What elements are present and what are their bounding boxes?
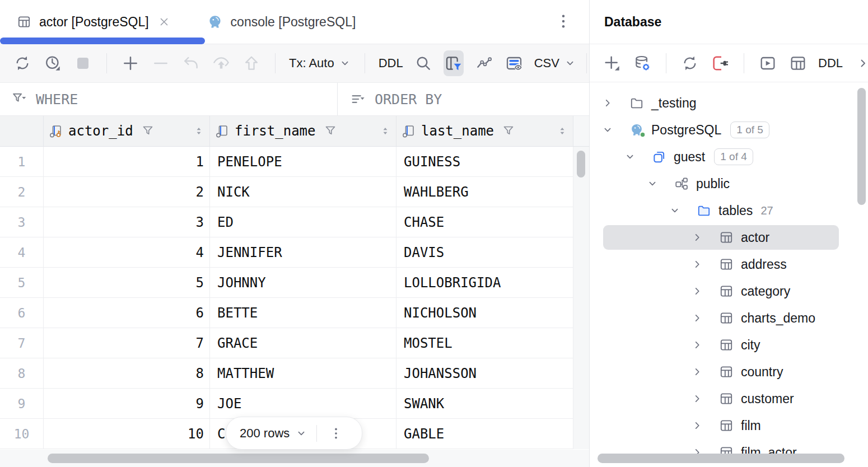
tree-item-film[interactable]: film (590, 412, 868, 439)
chevron-right-icon[interactable] (690, 312, 704, 324)
tree-item-charts-demo[interactable]: charts_demo (590, 305, 868, 331)
cell-last-name[interactable]: JOHANSSON (396, 358, 573, 388)
horizontal-scrollbar-thumb[interactable] (48, 454, 429, 463)
cell-last-name[interactable]: GABLE (396, 419, 573, 449)
submit-button[interactable] (241, 53, 262, 73)
cell-actor-id[interactable]: 1 (44, 147, 210, 176)
table-view-button[interactable] (788, 53, 808, 73)
tree-item-guest[interactable]: guest 1 of 4 (590, 143, 868, 170)
cell-actor-id[interactable]: 5 (44, 268, 210, 297)
cell-actor-id[interactable]: 6 (44, 298, 210, 328)
column-header-last-name[interactable]: last_name (396, 116, 573, 146)
chevron-down-icon[interactable] (623, 151, 637, 163)
funnel-icon[interactable] (324, 124, 337, 138)
row-number[interactable]: 6 (0, 298, 44, 328)
row-number[interactable]: 7 (0, 328, 44, 358)
chevron-right-icon[interactable] (690, 339, 704, 351)
cell-actor-id[interactable]: 10 (44, 419, 210, 449)
records-view-button[interactable] (504, 53, 524, 73)
cell-last-name[interactable]: WAHLBERG (396, 177, 573, 207)
tab-options-kebab-icon[interactable] (554, 12, 572, 30)
cell-first-name[interactable]: GRACE (210, 328, 396, 358)
row-number[interactable]: 1 (0, 147, 44, 176)
tree-item-customer[interactable]: customer (590, 385, 868, 412)
row-number[interactable]: 2 (0, 177, 44, 207)
cell-actor-id[interactable]: 2 (44, 177, 210, 207)
ddl-button[interactable]: DDL (379, 56, 403, 71)
cell-first-name[interactable]: BETTE (210, 298, 396, 328)
close-icon[interactable] (158, 16, 170, 28)
chart-view-button[interactable] (474, 53, 494, 73)
history-button[interactable] (43, 53, 63, 73)
row-number[interactable]: 5 (0, 268, 44, 297)
cell-first-name[interactable]: JENNIFER (210, 237, 396, 267)
cell-actor-id[interactable]: 8 (44, 358, 210, 388)
cell-last-name[interactable]: NICHOLSON (396, 298, 573, 328)
cell-actor-id[interactable]: 3 (44, 207, 210, 237)
tree-item-public[interactable]: public (590, 170, 868, 197)
refresh-button[interactable] (680, 53, 700, 73)
chevron-right-icon[interactable] (601, 97, 614, 109)
sort-updown-icon[interactable] (379, 125, 391, 137)
cell-first-name[interactable]: PENELOPE (210, 147, 396, 176)
preview-changes-button[interactable] (211, 53, 231, 73)
sort-updown-icon[interactable] (556, 125, 568, 137)
vertical-scrollbar-thumb[interactable] (857, 88, 866, 205)
reload-button[interactable] (12, 53, 32, 73)
cell-first-name[interactable]: JOE (210, 389, 396, 418)
vertical-scrollbar-track[interactable] (573, 147, 589, 449)
chevron-right-icon[interactable] (690, 285, 704, 297)
sort-updown-icon[interactable] (193, 125, 205, 137)
chevron-right-icon[interactable] (690, 258, 704, 270)
tree-item-city[interactable]: city (590, 331, 868, 358)
datasource-properties-button[interactable] (632, 53, 652, 73)
tree-item-address[interactable]: address (590, 251, 868, 278)
chevron-down-icon[interactable] (668, 204, 682, 217)
tree-item-tables[interactable]: tables 27 (590, 197, 868, 224)
tx-mode-dropdown[interactable]: Tx: Auto (289, 56, 351, 71)
jump-to-console-button[interactable] (758, 53, 778, 73)
chevron-down-icon[interactable] (601, 124, 614, 136)
tree-item-postgresql[interactable]: PostgreSQL 1 of 5 (590, 116, 868, 143)
delete-row-button[interactable] (151, 53, 171, 73)
horizontal-scrollbar-thumb[interactable] (598, 454, 844, 463)
cell-last-name[interactable]: CHASE (396, 207, 573, 237)
cell-last-name[interactable]: MOSTEL (396, 328, 573, 358)
filter-view-toggle[interactable] (444, 50, 464, 76)
cell-first-name[interactable]: NICK (210, 177, 396, 207)
order-by-field[interactable]: ORDER BY (338, 83, 589, 115)
chevron-down-icon[interactable] (646, 178, 659, 190)
export-format-dropdown[interactable]: CSV (534, 56, 576, 71)
cell-first-name[interactable]: JOHNNY (210, 268, 396, 297)
cell-last-name[interactable]: GUINESS (396, 147, 573, 176)
tab-console[interactable]: console [PostgreSQL] (190, 0, 366, 44)
funnel-icon[interactable] (502, 124, 515, 138)
tree-item-testing[interactable]: _testing (590, 90, 868, 116)
row-number[interactable]: 8 (0, 358, 44, 388)
where-filter-field[interactable]: WHERE (0, 83, 338, 115)
row-number[interactable]: 9 (0, 389, 44, 418)
add-datasource-button[interactable] (602, 53, 622, 73)
chevron-right-icon[interactable] (690, 393, 704, 405)
row-number[interactable]: 10 (0, 419, 44, 449)
cell-actor-id[interactable]: 9 (44, 389, 210, 418)
cell-last-name[interactable]: LOLLOBRIGIDA (396, 268, 573, 297)
tree-item-category[interactable]: category (590, 278, 868, 305)
column-header-actor-id[interactable]: actor_id (44, 116, 210, 146)
pager-options-kebab-icon[interactable] (325, 422, 347, 445)
tree-item-actor[interactable]: actor (590, 224, 868, 251)
corner-header-cell[interactable] (0, 116, 44, 146)
page-size-dropdown[interactable]: 200 rows (240, 426, 307, 441)
vertical-scrollbar-thumb[interactable] (577, 151, 585, 178)
row-number[interactable]: 3 (0, 207, 44, 237)
revert-button[interactable] (181, 53, 201, 73)
chevron-right-icon[interactable] (690, 366, 704, 378)
search-button[interactable] (413, 53, 433, 73)
cell-first-name[interactable]: ED (210, 207, 396, 237)
ddl-button[interactable]: DDL (818, 56, 843, 71)
column-header-first-name[interactable]: first_name (210, 116, 396, 146)
stop-button[interactable] (73, 53, 93, 73)
funnel-icon[interactable] (141, 124, 155, 138)
disconnect-button[interactable] (710, 53, 730, 73)
more-toolbar-button[interactable] (853, 53, 868, 73)
